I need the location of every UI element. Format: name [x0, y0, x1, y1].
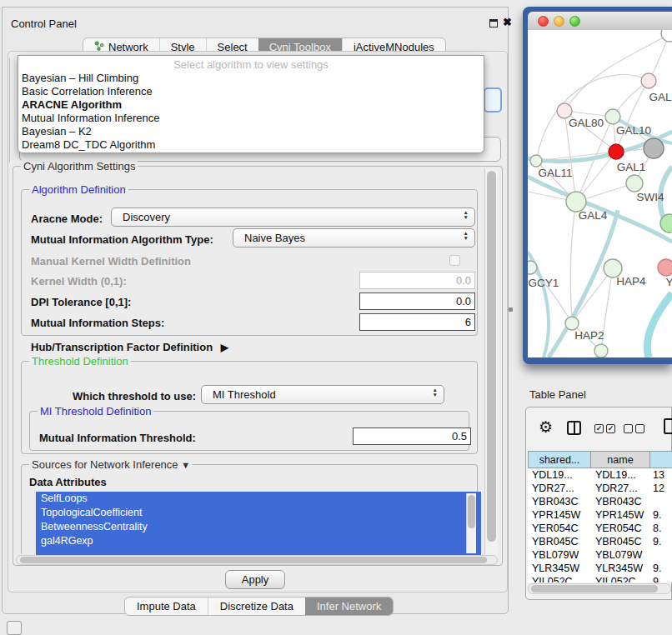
page-icon[interactable] [664, 418, 672, 434]
kernel-width-field[interactable] [359, 272, 475, 289]
network-edge[interactable] [616, 81, 649, 152]
table-cell: 8. [650, 522, 672, 535]
network-node[interactable] [609, 144, 624, 159]
tab-impute-data[interactable]: Impute Data [125, 598, 208, 615]
node-label: GAL10 [616, 124, 651, 137]
network-node[interactable] [594, 344, 608, 358]
network-node[interactable] [644, 138, 664, 158]
column-header-shared-name[interactable]: shared... [528, 451, 591, 468]
table-cell [650, 495, 672, 508]
hub-definition-expander[interactable]: Hub/Transcription Factor Definition ▶ [31, 341, 228, 353]
attributes-list-scrollbar[interactable] [466, 493, 476, 553]
table-row[interactable]: YER054CYER054C8. [528, 522, 672, 535]
algorithm-option[interactable]: Basic Correlation Inference [18, 85, 484, 98]
dpi-tolerance-field[interactable] [359, 292, 475, 310]
attribute-list-item[interactable]: BetweennessCentrality [36, 520, 481, 534]
algorithm-option[interactable]: ARACNE Algorithm [18, 98, 484, 112]
apply-button[interactable]: Apply [225, 570, 285, 589]
network-node[interactable] [626, 175, 643, 192]
algorithm-option[interactable]: Mutual Information Inference [18, 112, 484, 125]
table-cell: YPR145W [528, 508, 591, 522]
settings-vertical-scrollbar[interactable] [484, 168, 498, 563]
attribute-list-item[interactable]: SelfLoops [36, 492, 481, 506]
table-row[interactable]: YDR27...YDR27...12 [528, 482, 672, 495]
control-panel-title: Control Panel [11, 18, 77, 30]
table-row[interactable]: YBL079WYBL079W [528, 548, 672, 562]
table-row[interactable]: YIL052CYIL052C9. [528, 575, 672, 582]
which-threshold-select[interactable]: MI Threshold ▲▼ [201, 385, 444, 404]
collapsed-panel-icon[interactable] [7, 621, 22, 635]
table-cell: YPR145W [591, 508, 650, 522]
table-panel: ⚙ ✓ ✓ shared... name YDL19...YDL19...13Y… [525, 407, 672, 600]
network-canvas[interactable]: GALGAL80GAL10GAL1GAL11SWI4GAL4GCY1HAP4YH… [528, 30, 672, 358]
zoom-traffic-light-icon[interactable] [569, 16, 580, 27]
attribute-list-item[interactable]: TopologicalCoefficient [36, 506, 481, 520]
kernel-width-label: Kernel Width (0,1): [31, 275, 127, 288]
network-node[interactable] [528, 261, 537, 274]
network-edge[interactable] [647, 293, 672, 358]
unchecked-checkbox-icon[interactable] [624, 424, 633, 433]
aracne-mode-select[interactable]: Discovery ▲▼ [111, 208, 475, 227]
minimize-traffic-light-icon[interactable] [554, 16, 564, 27]
table-cell: 9. [650, 575, 672, 582]
table-cell: YDL19... [591, 468, 650, 482]
network-node[interactable] [641, 73, 656, 88]
algorithm-definition-title: Algorithm Definition [29, 183, 128, 196]
network-graph[interactable]: GALGAL80GAL10GAL1GAL11SWI4GAL4GCY1HAP4YH… [528, 30, 672, 358]
node-label: GAL80 [569, 117, 604, 129]
network-window-titlebar[interactable] [528, 12, 672, 30]
algorithm-option[interactable]: Bayesian – K2 [18, 125, 484, 138]
network-node[interactable] [565, 317, 579, 330]
mi-steps-field[interactable] [359, 313, 475, 331]
table-row[interactable]: YDL19...YDL19...13 [528, 468, 672, 482]
float-window-icon[interactable] [489, 19, 498, 28]
data-attributes-list[interactable]: SelfLoopsTopologicalCoefficientBetweenne… [36, 492, 481, 556]
tab-discretize-data[interactable]: Discretize Data [208, 598, 305, 615]
checked-checkbox-icon[interactable]: ✓ [606, 424, 615, 433]
table-horizontal-scrollbar[interactable] [528, 583, 671, 594]
mi-type-label: Mutual Information Algorithm Type: [31, 233, 213, 246]
stepper-icon: ▲▼ [464, 210, 469, 220]
algorithm-option[interactable]: Bayesian – Hill Climbing [18, 72, 484, 85]
table-cell: YDR27... [591, 482, 650, 495]
close-icon[interactable]: ✖ [503, 16, 512, 28]
column-header-cut[interactable] [650, 451, 672, 468]
dpi-tolerance-label: DPI Tolerance [0,1]: [31, 296, 131, 308]
network-node[interactable] [658, 259, 672, 276]
mi-threshold-field[interactable] [353, 428, 471, 445]
collapse-arrow-icon[interactable]: ▼ [181, 460, 190, 470]
checked-checkbox-icon[interactable]: ✓ [594, 424, 604, 433]
expand-arrow-icon: ▶ [221, 342, 228, 353]
table-cell: YBR045C [591, 535, 650, 548]
table-row[interactable]: YLR345WYLR345W9. [528, 562, 672, 575]
network-node[interactable] [661, 30, 672, 42]
control-panel: Control Panel ✖ Network Style Select [2, 7, 509, 614]
table-cell: YIL052C [528, 575, 591, 582]
table-header-row: shared... name [528, 451, 672, 468]
mi-type-select[interactable]: Naive Bayes ▲▼ [233, 228, 475, 248]
table-cell: YER054C [528, 522, 591, 535]
unchecked-checkbox-icon[interactable] [635, 424, 644, 433]
algorithm-option[interactable]: Dream8 DC_TDC Algorithm [18, 138, 484, 152]
column-header-name[interactable]: name [591, 451, 650, 468]
data-attributes-label: Data Attributes [29, 476, 107, 488]
node-label: GAL [649, 91, 672, 103]
table-row[interactable]: YPR145WYPR145W9. [528, 508, 672, 522]
columns-icon[interactable] [567, 421, 581, 435]
tab-infer-network[interactable]: Infer Network [305, 598, 393, 615]
gear-icon[interactable]: ⚙ [539, 419, 553, 435]
network-view-window[interactable]: GALGAL80GAL10GAL1GAL11SWI4GAL4GCY1HAP4YH… [523, 7, 672, 364]
panel-divider-handle[interactable] [509, 308, 513, 312]
close-traffic-light-icon[interactable] [538, 16, 549, 27]
table-cell: YBR043C [528, 495, 591, 508]
settings-horizontal-scrollbar[interactable] [16, 555, 498, 565]
network-edge[interactable] [570, 202, 576, 323]
table-row[interactable]: YBR045CYBR045C9. [528, 535, 672, 548]
node-label: GAL11 [538, 167, 572, 179]
attribute-list-item[interactable]: gal4RGexp [36, 534, 481, 548]
manual-kernel-checkbox[interactable] [449, 255, 460, 266]
table-row[interactable]: YBR043CYBR043C [528, 495, 672, 508]
network-node[interactable] [530, 155, 542, 167]
network-node[interactable] [605, 109, 620, 124]
table-cell: YER054C [591, 522, 650, 535]
